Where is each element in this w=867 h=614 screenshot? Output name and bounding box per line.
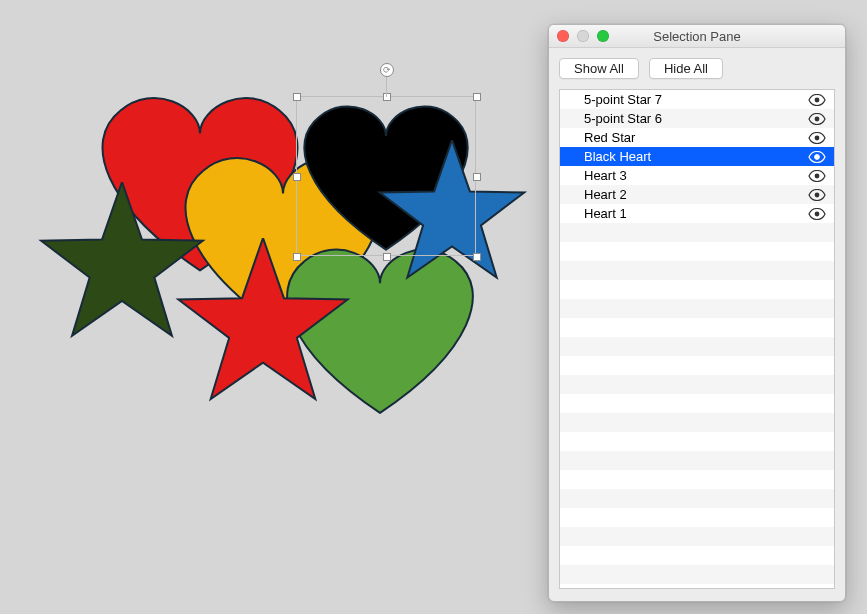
visibility-toggle-icon[interactable] — [808, 131, 826, 145]
empty-row — [560, 489, 834, 508]
empty-row — [560, 394, 834, 413]
empty-row — [560, 527, 834, 546]
minimize-icon — [577, 30, 589, 42]
zoom-icon[interactable] — [597, 30, 609, 42]
empty-row — [560, 261, 834, 280]
empty-row — [560, 375, 834, 394]
rotate-stem — [386, 74, 387, 97]
layer-row[interactable]: Red Star — [560, 128, 834, 147]
svg-point-4 — [815, 116, 820, 121]
svg-marker-2 — [41, 182, 203, 336]
star-shape[interactable] — [372, 140, 532, 292]
visibility-toggle-icon[interactable] — [808, 188, 826, 202]
layer-row[interactable]: 5-point Star 7 — [560, 90, 834, 109]
empty-row — [560, 242, 834, 261]
empty-row — [560, 508, 834, 527]
rotate-handle-icon[interactable]: ⟳ — [380, 63, 394, 77]
empty-row — [560, 451, 834, 470]
empty-row — [560, 584, 834, 588]
visibility-toggle-icon[interactable] — [808, 150, 826, 164]
empty-row — [560, 470, 834, 489]
empty-row — [560, 432, 834, 451]
layer-label: Heart 1 — [584, 206, 808, 221]
layer-label: Heart 3 — [584, 168, 808, 183]
layer-label: Heart 2 — [584, 187, 808, 202]
layer-row[interactable]: 5-point Star 6 — [560, 109, 834, 128]
layer-label: 5-point Star 6 — [584, 111, 808, 126]
visibility-toggle-icon[interactable] — [808, 207, 826, 221]
layer-row[interactable]: Heart 1 — [560, 204, 834, 223]
svg-point-8 — [815, 192, 820, 197]
empty-row — [560, 546, 834, 565]
empty-row — [560, 223, 834, 242]
close-icon[interactable] — [557, 30, 569, 42]
empty-row — [560, 565, 834, 584]
layer-list: 5-point Star 7 5-point Star 6 Red Star B… — [559, 89, 835, 589]
empty-row — [560, 299, 834, 318]
window-controls — [549, 30, 609, 42]
svg-point-6 — [815, 154, 820, 159]
layer-label: Black Heart — [584, 149, 808, 164]
empty-row — [560, 337, 834, 356]
selection-pane-window: Selection Pane Show All Hide All 5-point… — [548, 24, 846, 602]
svg-point-7 — [815, 173, 820, 178]
layer-label: Red Star — [584, 130, 808, 145]
empty-row — [560, 318, 834, 337]
layer-label: 5-point Star 7 — [584, 92, 808, 107]
resize-handle[interactable] — [473, 93, 481, 101]
hide-all-button[interactable]: Hide All — [649, 58, 723, 79]
show-all-button[interactable]: Show All — [559, 58, 639, 79]
layer-row[interactable]: Black Heart — [560, 147, 834, 166]
empty-row — [560, 356, 834, 375]
svg-point-5 — [815, 135, 820, 140]
titlebar[interactable]: Selection Pane — [549, 25, 845, 48]
layer-list-scroll[interactable]: 5-point Star 7 5-point Star 6 Red Star B… — [560, 90, 834, 588]
svg-point-3 — [815, 97, 820, 102]
visibility-toggle-icon[interactable] — [808, 112, 826, 126]
toolbar: Show All Hide All — [549, 48, 845, 89]
layer-row[interactable]: Heart 2 — [560, 185, 834, 204]
svg-point-9 — [815, 211, 820, 216]
empty-row — [560, 280, 834, 299]
empty-row — [560, 413, 834, 432]
layer-row[interactable]: Heart 3 — [560, 166, 834, 185]
visibility-toggle-icon[interactable] — [808, 93, 826, 107]
visibility-toggle-icon[interactable] — [808, 169, 826, 183]
star-shape[interactable] — [32, 182, 212, 352]
svg-marker-1 — [380, 140, 525, 277]
